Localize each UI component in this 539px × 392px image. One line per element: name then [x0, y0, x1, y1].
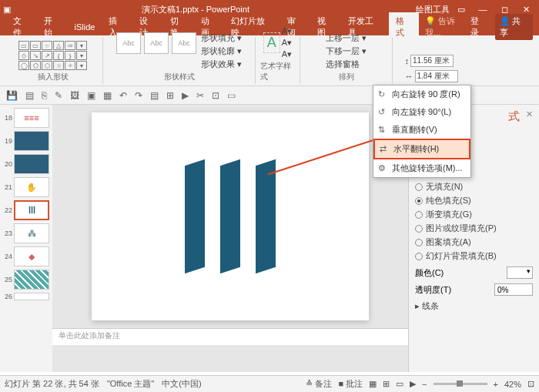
qat-undo-icon[interactable]: ↶	[119, 90, 127, 101]
thumb-21[interactable]: ✋	[14, 177, 49, 197]
thumb-20[interactable]	[14, 154, 49, 174]
height-input[interactable]: 11.56 厘米	[410, 55, 454, 67]
group-size: ↕11.56 厘米 ↔1.84 厘米	[393, 37, 470, 84]
thumb-25[interactable]	[14, 270, 49, 290]
selection-pane-button[interactable]: 选择窗格	[326, 59, 367, 70]
group-label: 形状样式	[164, 72, 195, 82]
qat-icon[interactable]: 🖼	[70, 90, 79, 101]
radio-slidebg[interactable]: 幻灯片背景填充(B)	[415, 250, 533, 262]
view-slideshow-icon[interactable]: ▶	[410, 379, 416, 389]
more-rotate-options[interactable]: ⚙其他旋转选项(M)...	[373, 159, 470, 177]
zoom-in-icon[interactable]: +	[494, 380, 498, 389]
slide-canvas-area: 单击此处添加备注	[52, 105, 408, 372]
minimize-icon[interactable]: —	[477, 4, 488, 15]
flip-horizontal[interactable]: ⇄水平翻转(H)	[373, 139, 470, 159]
zoom-out-icon[interactable]: −	[422, 380, 427, 389]
radio-pattern[interactable]: 图案填充(A)	[415, 236, 533, 248]
group-label: 艺术字样式	[260, 61, 295, 82]
view-reading-icon[interactable]: ▭	[396, 379, 403, 389]
group-insert-shape: ▭▭○△⇨▾ ◇↘↗{}▾ ◯⬠⬡☆✧▾ 插入形状	[3, 37, 103, 84]
notes-placeholder[interactable]: 单击此处添加备注	[52, 328, 408, 345]
rotate-right-icon: ↻	[378, 89, 387, 99]
thumb-18[interactable]: ≡≡≡	[14, 108, 49, 128]
fit-icon[interactable]: ⊡	[527, 379, 534, 389]
qat-new-icon[interactable]: ▤	[25, 90, 34, 101]
radio-picture[interactable]: 图片或纹理填充(P)	[415, 223, 533, 234]
thumb-22[interactable]: ⅼⅼⅼ	[14, 200, 49, 220]
thumb-23[interactable]: ⁂	[14, 223, 49, 243]
radio-nofill[interactable]: 无填充(N)	[415, 181, 533, 193]
group-shape-styles: Abc Abc Abc 形状填充 ▾ 形状轮廓 ▾ 形状效果 ▾ 形状样式	[103, 37, 256, 84]
comments-button[interactable]: ■ 批注	[338, 378, 363, 390]
group-label: 插入形状	[38, 72, 69, 82]
tell-me-input[interactable]: 告诉我...	[425, 15, 470, 39]
zoom-slider[interactable]	[434, 383, 487, 385]
qat-icon[interactable]: ▣	[87, 90, 95, 101]
color-label: 颜色(C)	[415, 267, 444, 279]
view-sorter-icon[interactable]: ⊞	[383, 379, 390, 389]
qat-save-icon[interactable]: 💾	[6, 90, 18, 101]
qat-icon[interactable]: ⎘	[42, 90, 47, 101]
width-input[interactable]: 1.84 厘米	[415, 70, 458, 82]
shape-bar[interactable]	[220, 159, 240, 273]
style-preset[interactable]: Abc	[144, 32, 169, 54]
height-icon: ↕	[405, 56, 410, 65]
qat-icon[interactable]: ▶	[182, 90, 189, 101]
language-indicator[interactable]: 中文(中国)	[162, 378, 201, 390]
shape-bar[interactable]	[256, 159, 276, 273]
rotate-dropdown: ↻向右旋转 90 度(R) ↺向左旋转 90°(L) ⇅垂直翻转(V) ⇄水平翻…	[373, 85, 471, 178]
flip-vertical[interactable]: ⇅垂直翻转(V)	[373, 121, 470, 139]
qat-icon[interactable]: ✂	[196, 90, 204, 101]
rotate-right-90[interactable]: ↻向右旋转 90 度(R)	[373, 85, 470, 103]
thumb-24[interactable]: ◆	[14, 246, 49, 266]
shape-fill-button[interactable]: 形状填充 ▾	[201, 32, 242, 44]
flip-h-icon: ⇄	[380, 144, 389, 154]
style-preset[interactable]: Abc	[172, 32, 196, 54]
close-icon[interactable]: ✕	[521, 4, 531, 15]
style-preset[interactable]: Abc	[116, 32, 141, 54]
maximize-icon[interactable]: ◻	[499, 4, 510, 15]
radio-gradient[interactable]: 渐变填充(G)	[415, 209, 533, 220]
flip-v-icon: ⇅	[378, 125, 387, 135]
bring-forward-button[interactable]: 上移一层 ▾	[326, 32, 367, 44]
thumb-num: 25	[2, 276, 12, 283]
qat-icon[interactable]: ▤	[150, 90, 159, 101]
send-backward-button[interactable]: 下移一层 ▾	[326, 45, 367, 57]
shape-bar[interactable]	[185, 159, 205, 273]
color-picker[interactable]	[507, 266, 533, 279]
thumb-19[interactable]	[14, 131, 49, 151]
thumb-num: 26	[2, 293, 12, 300]
shape-outline-button[interactable]: 形状轮廓 ▾	[201, 45, 242, 57]
qat-icon[interactable]: ✎	[55, 90, 62, 101]
thumb-num: 22	[2, 206, 12, 214]
group-arrange: 上移一层 ▾ 下移一层 ▾ 选择窗格 排列	[300, 37, 393, 84]
thumb-num: 21	[2, 183, 12, 191]
notes-button[interactable]: ≙ 备注	[306, 378, 332, 390]
share-button[interactable]: 👤共享	[495, 14, 533, 40]
tab-islide[interactable]: iSlide	[67, 19, 102, 35]
status-bar: 幻灯片 第 22 张, 共 54 张 "Office 主题" 中文(中国) ≙ …	[0, 375, 539, 392]
shape-effects-button[interactable]: 形状效果 ▾	[201, 59, 242, 70]
qat-icon[interactable]: ▭	[227, 90, 236, 101]
shapes-gallery[interactable]: ▭▭○△⇨▾ ◇↘↗{}▾ ◯⬠⬡☆✧▾	[18, 41, 87, 70]
login-link[interactable]: 登录	[470, 15, 487, 39]
qat-icon[interactable]: ⊞	[166, 90, 174, 101]
group-wordart: A A▾A▾A▾ 艺术字样式	[256, 37, 300, 84]
qat-redo-icon[interactable]: ↷	[135, 90, 142, 101]
pane-close-icon[interactable]: ✕	[526, 109, 533, 129]
more-icon: ⚙	[378, 163, 387, 173]
thumb-26[interactable]	[14, 293, 49, 300]
zoom-level[interactable]: 42%	[504, 380, 521, 389]
line-section-header[interactable]: ▸ 线条	[415, 300, 533, 312]
thumbnail-panel[interactable]: 18≡≡≡ 19 20 21✋ 22ⅼⅼⅼ 23⁂ 24◆ 25 26	[0, 105, 52, 372]
qat-icon[interactable]: ⊡	[212, 90, 219, 101]
view-normal-icon[interactable]: ▦	[369, 379, 377, 389]
qat-icon[interactable]: ▦	[103, 90, 112, 101]
ribbon-options-icon[interactable]: ▭	[456, 4, 467, 15]
slide[interactable]	[92, 112, 369, 320]
radio-solid[interactable]: 纯色填充(S)	[415, 195, 533, 206]
thumb-num: 20	[2, 160, 12, 168]
transparency-input[interactable]: 0%	[494, 283, 533, 296]
rotate-left-90[interactable]: ↺向左旋转 90°(L)	[373, 103, 470, 121]
ribbon: ▭▭○△⇨▾ ◇↘↗{}▾ ◯⬠⬡☆✧▾ 插入形状 Abc Abc Abc 形状…	[0, 35, 539, 86]
